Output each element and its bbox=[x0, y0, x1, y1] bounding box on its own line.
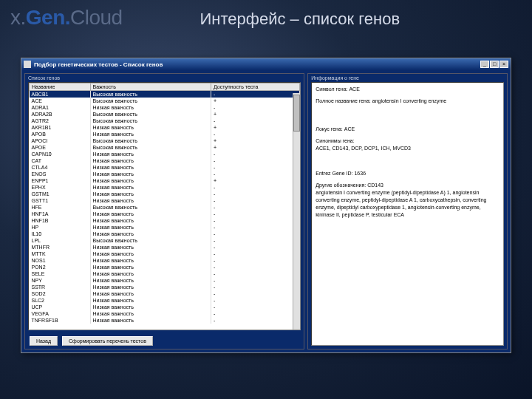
table-row[interactable]: UCPНизкая важность- bbox=[30, 304, 300, 310]
table-row[interactable]: LPLВысокая важность- bbox=[30, 237, 300, 244]
table-row[interactable]: SELEНизкая важность- bbox=[30, 270, 300, 277]
table-row[interactable]: CATНизкая важность- bbox=[30, 157, 300, 164]
table-row[interactable]: SOD2Низкая важность- bbox=[30, 290, 300, 297]
table-cell: - bbox=[211, 217, 299, 224]
table-cell: GSTT1 bbox=[30, 197, 91, 204]
table-cell: Низкая важность bbox=[90, 277, 211, 284]
table-row[interactable]: PON2Низкая важность- bbox=[30, 264, 300, 270]
table-cell: AKR1B1 bbox=[30, 124, 91, 131]
table-cell: - bbox=[211, 197, 299, 204]
gene-list-panel: Список генов Название Важность Доступнос… bbox=[24, 73, 304, 349]
table-cell: - bbox=[211, 237, 299, 244]
table-cell: - bbox=[211, 264, 299, 270]
table-row[interactable]: SSTRНизкая важность- bbox=[30, 284, 300, 290]
table-row[interactable]: APOCIВысокая важность+ bbox=[30, 137, 300, 144]
table-cell: ADRA2B bbox=[30, 111, 91, 117]
maximize-button[interactable]: □ bbox=[490, 61, 499, 68]
table-row[interactable]: SLC2Низкая важность- bbox=[30, 297, 300, 304]
table-row[interactable]: NOS1Низкая важность- bbox=[30, 257, 300, 264]
table-row[interactable]: MTHFRНизкая важность- bbox=[30, 244, 300, 250]
table-cell: Высокая важность bbox=[90, 91, 211, 98]
table-row[interactable]: HPНизкая важность- bbox=[30, 224, 300, 231]
app-window: Подбор генетических тестов - Список гено… bbox=[21, 58, 511, 353]
table-row[interactable]: ENPP1Низкая важность+ bbox=[30, 177, 300, 184]
table-row[interactable]: HNF1BНизкая важность- bbox=[30, 217, 300, 224]
table-cell: HNF1B bbox=[30, 217, 91, 224]
table-row[interactable]: EPHXНизкая важность- bbox=[30, 184, 300, 191]
gene-table[interactable]: Название Важность Доступность теста ABCB… bbox=[29, 83, 300, 324]
table-row[interactable]: GSTM1Низкая важность- bbox=[30, 191, 300, 197]
table-cell: Низкая важность bbox=[90, 124, 211, 131]
table-cell: - bbox=[211, 131, 299, 137]
table-cell: Низкая важность bbox=[90, 224, 211, 231]
table-cell: ENOS bbox=[30, 171, 91, 177]
table-row[interactable]: AGTR2Высокая важность- bbox=[30, 117, 300, 124]
gene-locus: Локус гена: ACE bbox=[316, 126, 499, 133]
table-cell: - bbox=[211, 191, 299, 197]
table-cell: Низкая важность bbox=[90, 211, 211, 217]
generate-tests-button[interactable]: Сформировать перечень тестов bbox=[62, 336, 153, 346]
gene-info-panel: Информация о гене Символ гена: ACE Полно… bbox=[307, 73, 508, 349]
table-cell: APOE bbox=[30, 144, 91, 151]
close-button[interactable]: × bbox=[499, 61, 508, 68]
table-cell: - bbox=[211, 290, 299, 297]
table-cell: Низкая важность bbox=[90, 164, 211, 171]
table-cell: TNFRSF1B bbox=[30, 317, 91, 324]
table-row[interactable]: HFEВысокая важность- bbox=[30, 204, 300, 211]
logo-x: x. bbox=[10, 6, 26, 29]
table-cell: - bbox=[211, 257, 299, 264]
col-header-availability[interactable]: Доступность теста bbox=[211, 83, 299, 91]
col-header-name[interactable]: Название bbox=[30, 83, 91, 91]
table-cell: GSTM1 bbox=[30, 191, 91, 197]
table-cell: LPL bbox=[30, 237, 91, 244]
gene-table-container: Название Важность Доступность теста ABCB… bbox=[28, 82, 301, 330]
back-button[interactable]: Назад bbox=[30, 336, 58, 346]
table-cell: + bbox=[211, 177, 299, 184]
table-row[interactable]: IL10Низкая важность- bbox=[30, 231, 300, 237]
table-cell: - bbox=[211, 297, 299, 304]
table-cell: VEGFA bbox=[30, 310, 91, 317]
minimize-button[interactable]: _ bbox=[480, 61, 489, 68]
gene-info-body: Символ гена: ACE Полное название гена: a… bbox=[311, 82, 504, 346]
table-cell: - bbox=[211, 250, 299, 257]
table-cell: + bbox=[211, 124, 299, 131]
table-row[interactable]: TNFRSF1BНизкая важность- bbox=[30, 317, 300, 324]
table-cell: - bbox=[211, 310, 299, 317]
logo-gen: Gen. bbox=[26, 6, 70, 29]
table-cell: + bbox=[211, 98, 299, 104]
table-cell: Низкая важность bbox=[90, 304, 211, 310]
table-row[interactable]: AKR1B1Низкая важность+ bbox=[30, 124, 300, 131]
table-cell: - bbox=[211, 157, 299, 164]
table-row[interactable]: HNF1AНизкая важность- bbox=[30, 211, 300, 217]
table-cell: Низкая важность bbox=[90, 151, 211, 157]
table-row[interactable]: MTTKНизкая важность- bbox=[30, 250, 300, 257]
table-row[interactable]: ADRA1Низкая важность- bbox=[30, 104, 300, 111]
table-cell: Низкая важность bbox=[90, 290, 211, 297]
table-row[interactable]: APOBНизкая важность- bbox=[30, 131, 300, 137]
table-row[interactable]: APOEВысокая важность+ bbox=[30, 144, 300, 151]
table-row[interactable]: ENOSНизкая важность- bbox=[30, 171, 300, 177]
table-cell: MTHFR bbox=[30, 244, 91, 250]
scroll-thumb[interactable] bbox=[293, 95, 300, 132]
gene-synonyms: ACE1, CD143, DCP, DCP1, ICH, MVCD3 bbox=[316, 145, 499, 152]
table-cell: Высокая важность bbox=[90, 117, 211, 124]
table-row[interactable]: CTLA4Низкая важность- bbox=[30, 164, 300, 171]
vertical-scrollbar[interactable] bbox=[293, 93, 300, 330]
table-row[interactable]: VEGFAНизкая важность- bbox=[30, 310, 300, 317]
titlebar[interactable]: Подбор генетических тестов - Список гено… bbox=[21, 58, 511, 70]
col-header-importance[interactable]: Важность bbox=[90, 83, 211, 91]
table-cell: - bbox=[211, 270, 299, 277]
table-row[interactable]: CAPN10Низкая важность- bbox=[30, 151, 300, 157]
table-cell: SOD2 bbox=[30, 290, 91, 297]
table-row[interactable]: GSTT1Низкая важность- bbox=[30, 197, 300, 204]
table-cell: Низкая важность bbox=[90, 171, 211, 177]
table-cell: HP bbox=[30, 224, 91, 231]
table-row[interactable]: ACEВысокая важность+ bbox=[30, 98, 300, 104]
table-cell: - bbox=[211, 151, 299, 157]
table-row[interactable]: ADRA2BВысокая важность+ bbox=[30, 111, 300, 117]
table-row[interactable]: ABCB1Высокая важность- bbox=[30, 91, 300, 98]
table-cell: Высокая важность bbox=[90, 204, 211, 211]
table-row[interactable]: NPYНизкая важность- bbox=[30, 277, 300, 284]
table-cell: - bbox=[211, 164, 299, 171]
table-cell: - bbox=[211, 277, 299, 284]
